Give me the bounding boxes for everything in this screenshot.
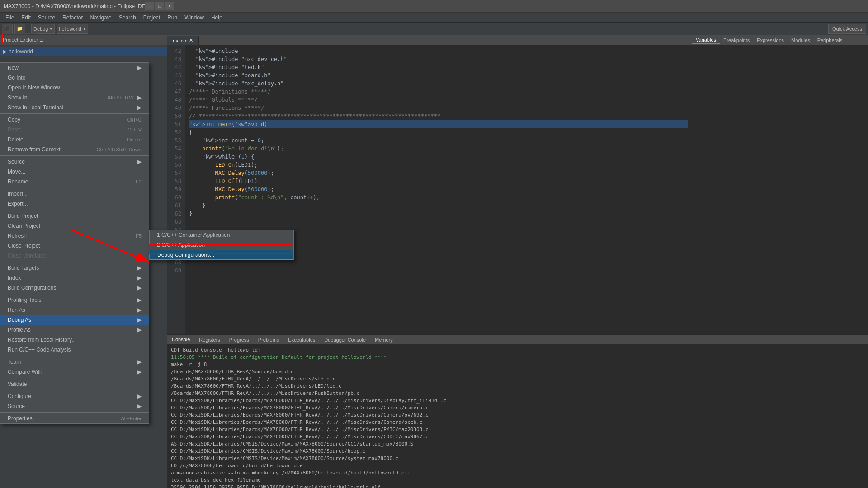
quick-access[interactable]: Quick Access: [828, 24, 866, 34]
project-folder-icon: ▶: [3, 48, 7, 55]
cm-item-clean-project[interactable]: Clean Project: [0, 221, 149, 231]
cm-item-validate[interactable]: Validate: [0, 379, 149, 389]
left-panel: Project Explorer ☰ ▶ helloworld New▶Go I…: [0, 35, 167, 488]
toolbar-open-btn[interactable]: 📁: [14, 24, 25, 34]
editor-tab-main-c[interactable]: main.c ✕: [167, 36, 199, 45]
cm-item-source[interactable]: Source▶: [0, 157, 149, 167]
menu-item-run[interactable]: Run: [164, 14, 181, 22]
project-combo-arrow: ▾: [83, 26, 86, 32]
menu-item-search[interactable]: Search: [115, 14, 140, 22]
submenu-item-debug-configs[interactable]: Debug Configurations...: [150, 250, 293, 260]
cm-separator: [0, 378, 149, 378]
menu-item-help[interactable]: Help: [208, 14, 226, 22]
cm-item-build-configs[interactable]: Build Configurations▶: [0, 283, 149, 293]
cm-item-new[interactable]: New▶: [0, 63, 149, 73]
cm-item-source2[interactable]: Source▶: [0, 401, 149, 411]
tab-peripherals[interactable]: Peripherals: [814, 37, 846, 44]
project-name-label: helloworld: [9, 48, 33, 55]
cm-separator: [0, 356, 149, 356]
cm-item-move[interactable]: Move...: [0, 167, 149, 177]
cm-item-remove-context[interactable]: Remove from ContextCtrl+Alt+Shift+Down: [0, 145, 149, 155]
cm-item-team[interactable]: Team▶: [0, 357, 149, 367]
submenu-item-debug-cpp-app[interactable]: 2 C/C++ Application: [150, 240, 293, 250]
menu-item-edit[interactable]: Edit: [18, 14, 34, 22]
editor-vars-area: main.c ✕ 4243444546474849505152535455565…: [167, 35, 868, 334]
cm-separator: [0, 155, 149, 156]
cm-item-copy[interactable]: CopyCtrl+C: [0, 115, 149, 125]
cm-separator: [0, 113, 149, 114]
main-layout: Project Explorer ☰ ▶ helloworld New▶Go I…: [0, 35, 868, 488]
console-tabs: Console Registers Progress Problems Exec…: [167, 335, 868, 345]
cm-item-properties[interactable]: PropertiesAlt+Enter: [0, 413, 149, 423]
debug-label: Debug: [33, 26, 48, 32]
tree-item-helloworld[interactable]: ▶ helloworld: [0, 47, 167, 56]
toolbar-sep-1: [28, 25, 28, 33]
app-title: MAX78000 - D:\MAX78000\helloworld\main.c…: [4, 3, 145, 9]
cm-item-close-project[interactable]: Close Project: [0, 241, 149, 251]
cm-item-open-new-window[interactable]: Open in New Window: [0, 83, 149, 93]
cm-separator: [0, 188, 149, 188]
console-tab-memory[interactable]: Memory: [370, 336, 397, 343]
menu-item-source[interactable]: Source: [34, 14, 59, 22]
cm-separator: [0, 294, 149, 294]
console-tab-progress[interactable]: Progress: [225, 336, 254, 343]
editor-tabs: main.c ✕: [167, 35, 692, 45]
cm-item-build-project[interactable]: Build Project: [0, 211, 149, 221]
cm-item-run-analysis[interactable]: Run C/C++ Code Analysis: [0, 345, 149, 355]
cm-item-export[interactable]: Export...: [0, 199, 149, 209]
cm-item-show-in[interactable]: Show InAlt+Shift+W▶: [0, 93, 149, 103]
cm-item-delete[interactable]: DeleteDelete: [0, 135, 149, 145]
console-tab-console[interactable]: Console: [167, 336, 194, 343]
maximize-button[interactable]: □: [155, 2, 164, 10]
cm-item-run-as[interactable]: Run As▶: [0, 305, 149, 315]
cm-item-profiling-tools[interactable]: Profiling Tools▶: [0, 295, 149, 305]
cm-separator: [0, 262, 149, 262]
cm-item-configure[interactable]: Configure▶: [0, 391, 149, 401]
window-controls: ─ □ ✕: [145, 2, 174, 10]
title-bar: MAX78000 - D:\MAX78000\helloworld\main.c…: [0, 0, 868, 13]
cm-item-rename[interactable]: Rename...F2: [0, 177, 149, 187]
code-area[interactable]: "kw">#include "kw">#include "mxc_device.…: [185, 45, 692, 334]
debug-combo-arrow: ▾: [50, 26, 52, 32]
cm-item-show-local-terminal[interactable]: Show in Local Terminal▶: [0, 103, 149, 113]
cm-item-profile-as[interactable]: Profile As▶: [0, 325, 149, 335]
editor-content[interactable]: 4243444546474849505152535455565758596061…: [167, 45, 692, 334]
menu-item-refactor[interactable]: Refactor: [59, 14, 86, 22]
variables-panel: Variables Breakpoints Expressions Module…: [692, 35, 868, 334]
console-tab-executables[interactable]: Executables: [283, 336, 320, 343]
menu-item-window[interactable]: Window: [181, 14, 208, 22]
console-tab-problems[interactable]: Problems: [254, 336, 283, 343]
cm-separator: [0, 210, 149, 210]
toolbar-sep-2: [91, 25, 91, 33]
tab-variables[interactable]: Variables: [692, 36, 720, 44]
cm-item-refresh[interactable]: RefreshF5: [0, 231, 149, 241]
cm-item-close-unrelated: Close Unrelated: [0, 251, 149, 261]
editor-tab-close[interactable]: ✕: [189, 38, 193, 43]
tab-breakpoints[interactable]: Breakpoints: [720, 37, 753, 44]
cm-item-build-targets[interactable]: Build Targets▶: [0, 263, 149, 273]
menu-item-file[interactable]: File: [2, 14, 18, 22]
cm-item-debug-as[interactable]: Debug As▶: [0, 315, 149, 325]
cm-item-import[interactable]: Import...: [0, 189, 149, 199]
menu-item-navigate[interactable]: Navigate: [86, 14, 115, 22]
cm-item-index[interactable]: Index▶: [0, 273, 149, 283]
toolbar-new-btn[interactable]: ⬛: [2, 24, 13, 34]
close-button[interactable]: ✕: [165, 2, 174, 10]
menu-item-project[interactable]: Project: [140, 14, 164, 22]
project-explorer-header: Project Explorer ☰: [0, 35, 167, 45]
console-tab-registers[interactable]: Registers: [194, 336, 224, 343]
submenu-item-debug-container[interactable]: 1 C/C++ Container Application: [150, 230, 293, 240]
cm-item-restore-history[interactable]: Restore from Local History...: [0, 335, 149, 345]
menu-bar: FileEditSourceRefactorNavigateSearchProj…: [0, 13, 868, 23]
debug-config-combo[interactable]: Debug ▾: [31, 24, 55, 34]
project-combo[interactable]: helloworld ▾: [57, 24, 88, 34]
context-menu: New▶Go IntoOpen in New WindowShow InAlt+…: [0, 62, 149, 424]
cm-item-compare-with[interactable]: Compare With▶: [0, 367, 149, 377]
console-tab-debugger[interactable]: Debugger Console: [320, 336, 370, 343]
tab-modules[interactable]: Modules: [788, 37, 814, 44]
cm-separator: [0, 390, 149, 390]
project-explorer-title: Project Explorer ☰: [3, 37, 164, 43]
cm-item-go-into[interactable]: Go Into: [0, 73, 149, 83]
minimize-button[interactable]: ─: [145, 2, 154, 10]
tab-expressions[interactable]: Expressions: [753, 37, 788, 44]
